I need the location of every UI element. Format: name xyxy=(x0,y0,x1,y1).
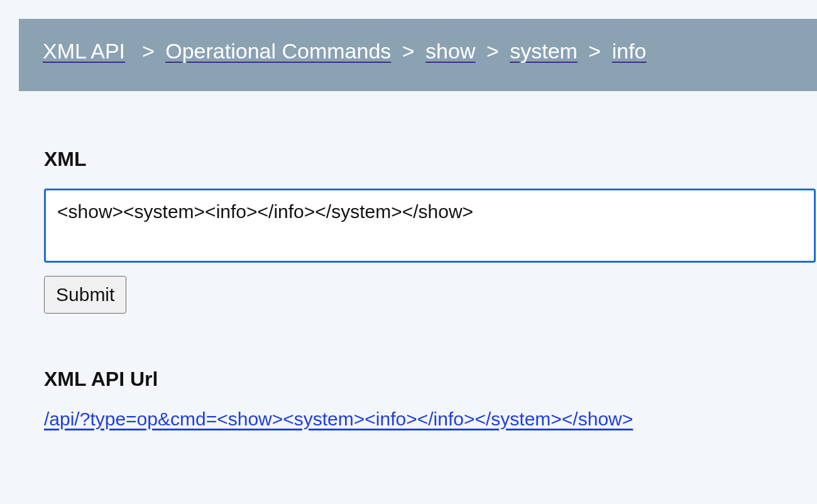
xml-api-url-link[interactable]: /api/?type=op&cmd=<show><system><info></… xyxy=(44,408,633,429)
breadcrumb-link-info[interactable]: info xyxy=(612,39,647,63)
url-section-label: XML API Url xyxy=(44,368,817,391)
breadcrumb-separator: > xyxy=(142,39,155,63)
xml-section-label: XML xyxy=(44,148,817,171)
breadcrumb-link-show[interactable]: show xyxy=(425,39,475,63)
breadcrumb-separator: > xyxy=(402,39,415,63)
breadcrumb: XML API > Operational Commands > show > … xyxy=(19,19,817,91)
breadcrumb-separator: > xyxy=(588,39,601,63)
breadcrumb-link-system[interactable]: system xyxy=(510,39,578,63)
breadcrumb-link-operational-commands[interactable]: Operational Commands xyxy=(165,39,391,63)
breadcrumb-link-xml-api[interactable]: XML API xyxy=(43,39,125,63)
xml-input[interactable]: <show><system><info></info></system></sh… xyxy=(44,189,816,263)
breadcrumb-separator: > xyxy=(486,39,499,63)
submit-button[interactable]: Submit xyxy=(44,276,126,314)
